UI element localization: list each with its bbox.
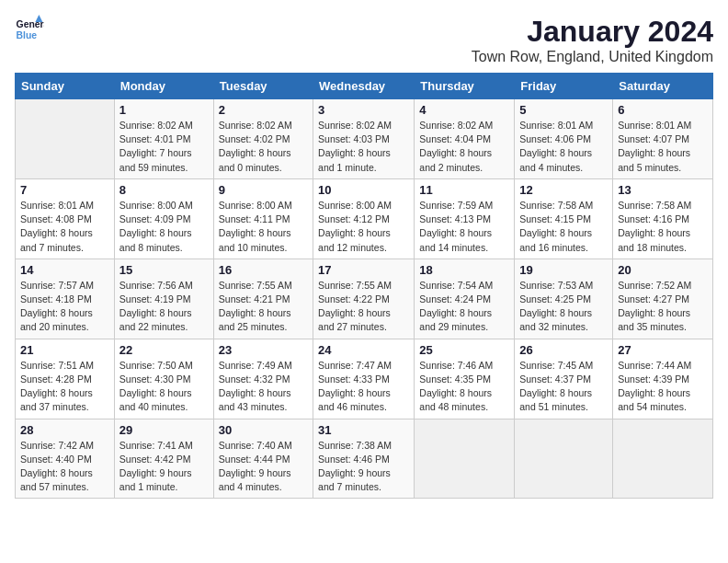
day-detail: Sunrise: 7:52 AMSunset: 4:27 PMDaylight:…: [618, 279, 708, 335]
day-number: 8: [119, 183, 209, 197]
calendar-cell: 10Sunrise: 8:00 AMSunset: 4:12 PMDayligh…: [313, 178, 415, 259]
week-row-1: 1Sunrise: 8:02 AMSunset: 4:01 PMDaylight…: [16, 99, 713, 179]
day-number: 23: [219, 343, 308, 357]
calendar-cell: 25Sunrise: 7:46 AMSunset: 4:35 PMDayligh…: [415, 339, 515, 419]
day-detail: Sunrise: 7:44 AMSunset: 4:39 PMDaylight:…: [618, 359, 708, 415]
day-number: 1: [119, 103, 209, 117]
calendar-cell: 4Sunrise: 8:02 AMSunset: 4:04 PMDaylight…: [415, 99, 515, 179]
day-number: 28: [20, 423, 109, 437]
day-detail: Sunrise: 8:00 AMSunset: 4:11 PMDaylight:…: [219, 199, 308, 255]
calendar-cell: [613, 419, 713, 499]
calendar-cell: 15Sunrise: 7:56 AMSunset: 4:19 PMDayligh…: [114, 259, 213, 339]
calendar-cell: 12Sunrise: 7:58 AMSunset: 4:15 PMDayligh…: [515, 178, 613, 259]
day-detail: Sunrise: 7:42 AMSunset: 4:40 PMDaylight:…: [20, 439, 109, 495]
calendar-cell: 7Sunrise: 8:01 AMSunset: 4:08 PMDaylight…: [16, 178, 115, 259]
day-detail: Sunrise: 8:02 AMSunset: 4:02 PMDaylight:…: [219, 119, 308, 175]
day-detail: Sunrise: 7:45 AMSunset: 4:37 PMDaylight:…: [519, 359, 608, 415]
day-detail: Sunrise: 7:49 AMSunset: 4:32 PMDaylight:…: [219, 359, 308, 415]
calendar-cell: 19Sunrise: 7:53 AMSunset: 4:25 PMDayligh…: [515, 259, 613, 339]
day-detail: Sunrise: 7:41 AMSunset: 4:42 PMDaylight:…: [119, 439, 209, 495]
header-cell-tuesday: Tuesday: [213, 74, 313, 99]
calendar-cell: 20Sunrise: 7:52 AMSunset: 4:27 PMDayligh…: [613, 259, 713, 339]
day-detail: Sunrise: 7:54 AMSunset: 4:24 PMDaylight:…: [419, 279, 509, 335]
calendar-cell: 8Sunrise: 8:00 AMSunset: 4:09 PMDaylight…: [114, 178, 213, 259]
week-row-5: 28Sunrise: 7:42 AMSunset: 4:40 PMDayligh…: [16, 419, 713, 499]
day-detail: Sunrise: 7:53 AMSunset: 4:25 PMDaylight:…: [519, 279, 608, 335]
calendar-cell: 22Sunrise: 7:50 AMSunset: 4:30 PMDayligh…: [114, 339, 213, 419]
calendar-cell: 9Sunrise: 8:00 AMSunset: 4:11 PMDaylight…: [213, 178, 313, 259]
day-number: 18: [419, 263, 509, 277]
header-cell-wednesday: Wednesday: [313, 74, 415, 99]
day-number: 30: [219, 423, 308, 437]
day-detail: Sunrise: 7:50 AMSunset: 4:30 PMDaylight:…: [119, 359, 209, 415]
header-cell-thursday: Thursday: [415, 74, 515, 99]
week-row-3: 14Sunrise: 7:57 AMSunset: 4:18 PMDayligh…: [16, 259, 713, 339]
day-number: 13: [618, 183, 708, 197]
day-number: 10: [318, 183, 409, 197]
day-number: 21: [20, 343, 109, 357]
calendar-cell: 2Sunrise: 8:02 AMSunset: 4:02 PMDaylight…: [213, 99, 313, 179]
calendar-cell: 18Sunrise: 7:54 AMSunset: 4:24 PMDayligh…: [415, 259, 515, 339]
header-cell-friday: Friday: [515, 74, 613, 99]
day-detail: Sunrise: 8:00 AMSunset: 4:09 PMDaylight:…: [119, 199, 209, 255]
calendar-cell: 6Sunrise: 8:01 AMSunset: 4:07 PMDaylight…: [613, 99, 713, 179]
day-detail: Sunrise: 7:58 AMSunset: 4:16 PMDaylight:…: [618, 199, 708, 255]
calendar-cell: 21Sunrise: 7:51 AMSunset: 4:28 PMDayligh…: [16, 339, 115, 419]
day-detail: Sunrise: 7:57 AMSunset: 4:18 PMDaylight:…: [20, 279, 109, 335]
calendar-cell: 11Sunrise: 7:59 AMSunset: 4:13 PMDayligh…: [415, 178, 515, 259]
day-number: 3: [318, 103, 409, 117]
day-number: 31: [318, 423, 409, 437]
calendar-cell: 16Sunrise: 7:55 AMSunset: 4:21 PMDayligh…: [213, 259, 313, 339]
calendar-cell: 17Sunrise: 7:55 AMSunset: 4:22 PMDayligh…: [313, 259, 415, 339]
day-detail: Sunrise: 7:58 AMSunset: 4:15 PMDaylight:…: [519, 199, 608, 255]
day-detail: Sunrise: 7:55 AMSunset: 4:21 PMDaylight:…: [219, 279, 308, 335]
calendar-cell: 13Sunrise: 7:58 AMSunset: 4:16 PMDayligh…: [613, 178, 713, 259]
day-detail: Sunrise: 8:02 AMSunset: 4:01 PMDaylight:…: [119, 119, 209, 175]
day-number: 19: [519, 263, 608, 277]
calendar-cell: 30Sunrise: 7:40 AMSunset: 4:44 PMDayligh…: [213, 419, 313, 499]
day-number: 5: [519, 103, 608, 117]
logo: General Blue: [15, 15, 44, 44]
calendar-cell: [515, 419, 613, 499]
day-number: 14: [20, 263, 109, 277]
week-row-4: 21Sunrise: 7:51 AMSunset: 4:28 PMDayligh…: [16, 339, 713, 419]
header-cell-monday: Monday: [114, 74, 213, 99]
day-number: 15: [119, 263, 209, 277]
calendar-cell: 14Sunrise: 7:57 AMSunset: 4:18 PMDayligh…: [16, 259, 115, 339]
day-detail: Sunrise: 8:01 AMSunset: 4:07 PMDaylight:…: [618, 119, 708, 175]
day-number: 7: [20, 183, 109, 197]
calendar-cell: 29Sunrise: 7:41 AMSunset: 4:42 PMDayligh…: [114, 419, 213, 499]
calendar-table: SundayMondayTuesdayWednesdayThursdayFrid…: [15, 73, 713, 499]
calendar-cell: [415, 419, 515, 499]
day-number: 2: [219, 103, 308, 117]
calendar-title: January 2024: [472, 15, 713, 49]
calendar-cell: 26Sunrise: 7:45 AMSunset: 4:37 PMDayligh…: [515, 339, 613, 419]
day-number: 25: [419, 343, 509, 357]
day-detail: Sunrise: 7:56 AMSunset: 4:19 PMDaylight:…: [119, 279, 209, 335]
day-number: 27: [618, 343, 708, 357]
day-detail: Sunrise: 7:40 AMSunset: 4:44 PMDaylight:…: [219, 439, 308, 495]
day-number: 26: [519, 343, 608, 357]
day-detail: Sunrise: 7:51 AMSunset: 4:28 PMDaylight:…: [20, 359, 109, 415]
calendar-cell: 31Sunrise: 7:38 AMSunset: 4:46 PMDayligh…: [313, 419, 415, 499]
day-number: 24: [318, 343, 409, 357]
day-detail: Sunrise: 8:01 AMSunset: 4:06 PMDaylight:…: [519, 119, 608, 175]
day-number: 11: [419, 183, 509, 197]
week-row-2: 7Sunrise: 8:01 AMSunset: 4:08 PMDaylight…: [16, 178, 713, 259]
day-detail: Sunrise: 8:01 AMSunset: 4:08 PMDaylight:…: [20, 199, 109, 255]
calendar-cell: 23Sunrise: 7:49 AMSunset: 4:32 PMDayligh…: [213, 339, 313, 419]
calendar-cell: 1Sunrise: 8:02 AMSunset: 4:01 PMDaylight…: [114, 99, 213, 179]
title-block: January 2024 Town Row, England, United K…: [472, 15, 713, 65]
svg-marker-2: [35, 15, 42, 22]
day-detail: Sunrise: 7:47 AMSunset: 4:33 PMDaylight:…: [318, 359, 409, 415]
calendar-cell: 27Sunrise: 7:44 AMSunset: 4:39 PMDayligh…: [613, 339, 713, 419]
calendar-cell: 24Sunrise: 7:47 AMSunset: 4:33 PMDayligh…: [313, 339, 415, 419]
calendar-header-row: SundayMondayTuesdayWednesdayThursdayFrid…: [16, 74, 713, 99]
day-detail: Sunrise: 8:02 AMSunset: 4:03 PMDaylight:…: [318, 119, 409, 175]
page-header: General Blue January 2024 Town Row, Engl…: [15, 15, 713, 65]
day-detail: Sunrise: 7:55 AMSunset: 4:22 PMDaylight:…: [318, 279, 409, 335]
day-detail: Sunrise: 8:02 AMSunset: 4:04 PMDaylight:…: [419, 119, 509, 175]
header-cell-sunday: Sunday: [16, 74, 115, 99]
calendar-cell: 3Sunrise: 8:02 AMSunset: 4:03 PMDaylight…: [313, 99, 415, 179]
calendar-cell: 28Sunrise: 7:42 AMSunset: 4:40 PMDayligh…: [16, 419, 115, 499]
